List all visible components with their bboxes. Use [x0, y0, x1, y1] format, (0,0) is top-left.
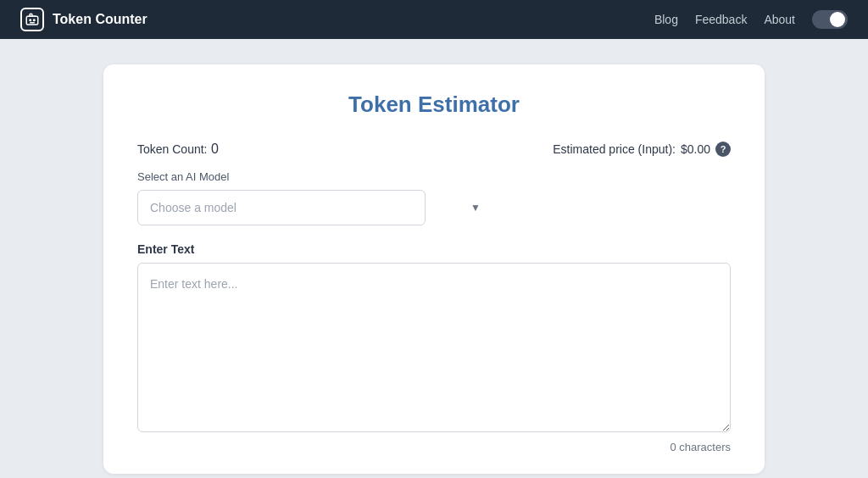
- stats-row: Token Count: 0 Estimated price (Input): …: [137, 142, 731, 157]
- main-content: Token Estimator Token Count: 0 Estimated…: [0, 39, 868, 478]
- nav-about[interactable]: About: [764, 13, 795, 26]
- model-select-wrapper: Choose a model ▼: [137, 190, 731, 225]
- token-count-value: 0: [211, 142, 219, 156]
- theme-toggle[interactable]: [812, 10, 848, 29]
- estimated-price-label: Estimated price (Input):: [553, 142, 676, 156]
- text-area-wrapper: [137, 263, 731, 436]
- svg-point-2: [34, 19, 36, 21]
- nav-feedback[interactable]: Feedback: [695, 13, 747, 26]
- help-icon[interactable]: ?: [715, 142, 731, 157]
- token-count-label: Token Count:: [137, 142, 208, 156]
- enter-text-label: Enter Text: [137, 242, 731, 256]
- navbar: Token Counter Blog Feedback About: [0, 0, 868, 39]
- char-count: 0 characters: [137, 441, 731, 453]
- estimator-card: Token Estimator Token Count: 0 Estimated…: [103, 64, 765, 474]
- brand-label: Token Counter: [53, 12, 147, 27]
- token-count-section: Token Count: 0: [137, 142, 219, 157]
- svg-rect-0: [26, 16, 38, 25]
- brand: Token Counter: [20, 8, 147, 31]
- model-select[interactable]: Choose a model: [137, 190, 426, 225]
- nav-blog[interactable]: Blog: [654, 13, 678, 26]
- estimated-price-section: Estimated price (Input): $0.00 ?: [553, 142, 731, 157]
- toggle-knob: [830, 12, 845, 27]
- navbar-links: Blog Feedback About: [654, 10, 848, 29]
- model-select-label: Select an AI Model: [137, 170, 731, 183]
- brand-icon: [20, 8, 44, 31]
- estimated-price-value: $0.00: [681, 142, 710, 156]
- text-input[interactable]: [137, 263, 731, 432]
- chevron-down-icon: ▼: [470, 202, 481, 214]
- svg-point-1: [30, 19, 31, 21]
- card-title: Token Estimator: [137, 92, 731, 118]
